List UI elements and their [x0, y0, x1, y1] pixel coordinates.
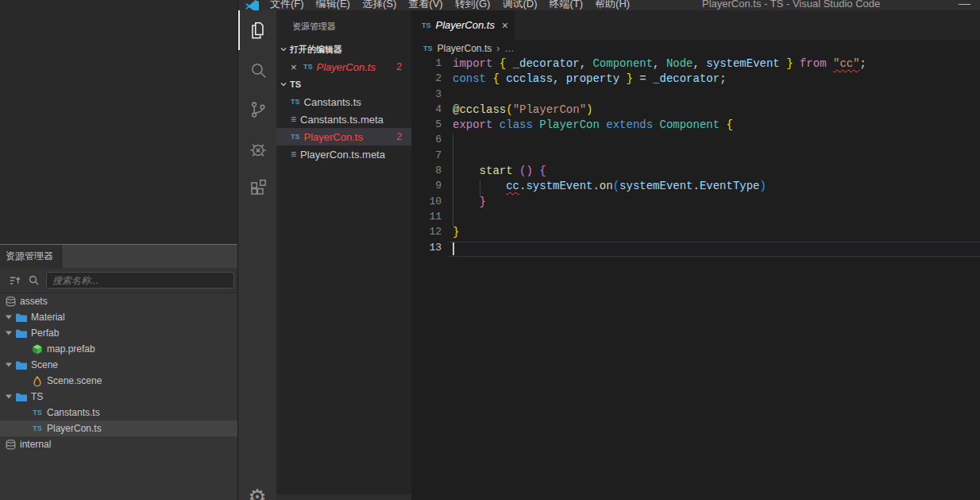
line-number[interactable]: 10 — [411, 196, 446, 211]
line-number[interactable]: 6 — [411, 134, 446, 149]
expand-arrow-icon[interactable] — [5, 314, 12, 320]
code-line-5[interactable]: export class PlayerCon extends Component… — [453, 118, 980, 134]
asset-tree-item-Scene.scene[interactable]: Scene.scene — [0, 373, 237, 389]
menu-item[interactable]: 帮助(H) — [595, 0, 630, 10]
code-line-11[interactable] — [453, 211, 980, 226]
asset-search-input[interactable] — [52, 275, 233, 286]
code-area[interactable]: 12345678910111213 import { _decorator, C… — [411, 57, 980, 500]
asset-label: Perfab — [31, 328, 59, 339]
code-line-1[interactable]: import { _decorator, Component, Node, sy… — [453, 57, 980, 72]
code-lines: import { _decorator, Component, Node, sy… — [453, 57, 980, 257]
run-debug-icon[interactable] — [238, 130, 276, 169]
code-token: EventType — [700, 180, 760, 192]
code-token: Component — [660, 118, 720, 131]
menu-item[interactable]: 选择(S) — [362, 0, 396, 10]
settings-gear-icon[interactable]: ⚙ — [238, 485, 276, 500]
extensions-icon[interactable] — [238, 169, 276, 209]
line-number[interactable]: 1 — [411, 57, 446, 72]
asset-tree-item-Perfab[interactable]: Perfab — [0, 325, 237, 341]
asset-tree-item-Material[interactable]: Material — [0, 309, 237, 325]
line-number[interactable]: 9 — [411, 180, 446, 195]
menu-item[interactable]: 查看(V) — [408, 0, 442, 10]
file-item-Canstants.ts.meta[interactable]: ≡Canstants.ts.meta — [276, 110, 411, 128]
line-number[interactable]: 4 — [411, 103, 446, 118]
asset-tree-item-Scene[interactable]: Scene — [0, 357, 237, 373]
asset-tree-item-assets[interactable]: assets — [0, 293, 237, 309]
code-line-4[interactable]: @ccclass("PlayerCon") — [453, 103, 980, 118]
asset-tree-item-internal[interactable]: internal — [0, 436, 237, 452]
folder-icon — [16, 329, 27, 338]
line-number[interactable]: 8 — [411, 165, 446, 180]
asset-tree-item-Canstants.ts[interactable]: TSCanstants.ts — [0, 405, 237, 421]
open-editors-header[interactable]: 打开的编辑器 — [276, 41, 411, 58]
folder-section-header[interactable]: TS — [276, 76, 411, 93]
code-token: "cc" — [833, 57, 860, 70]
expand-arrow-icon[interactable] — [5, 393, 12, 400]
code-token: "PlayerCon" — [513, 103, 586, 116]
breadcrumb[interactable]: TS PlayerCon.ts › … — [411, 40, 980, 57]
code-token: const — [453, 72, 486, 85]
line-number[interactable]: 5 — [411, 118, 446, 134]
menu-item[interactable]: 调试(D) — [502, 0, 537, 10]
code-line-2[interactable]: const { ccclass, property } = _decorator… — [453, 72, 980, 87]
code-token — [780, 57, 786, 70]
search-icon[interactable] — [238, 50, 276, 90]
breadcrumb-ellipsis[interactable]: … — [504, 43, 514, 54]
close-icon[interactable]: × — [291, 61, 299, 73]
menu-item[interactable]: 文件(F) — [270, 0, 304, 10]
menu-item[interactable]: 编辑(E) — [316, 0, 350, 10]
code-token — [646, 72, 653, 85]
file-item-PlayerCon.ts[interactable]: TSPlayerCon.ts2 — [276, 128, 411, 145]
explorer-sidebar: 资源管理器 打开的编辑器 ×TSPlayerCon.ts2 TS TSCanst… — [276, 10, 411, 500]
expand-arrow-icon[interactable] — [5, 362, 12, 368]
window-title: PlayerCon.ts - TS - Visual Studio Code — [702, 0, 880, 10]
expand-arrow-icon[interactable] — [5, 330, 12, 336]
code-line-8[interactable]: start () { — [453, 165, 980, 180]
ts-file-icon: TS — [423, 45, 433, 52]
asset-tree-item-PlayerCon.ts[interactable]: TSPlayerCon.ts — [0, 421, 237, 436]
code-token: systemEvent — [619, 180, 693, 192]
line-number[interactable]: 12 — [411, 226, 446, 241]
code-line-3[interactable] — [453, 88, 980, 103]
tab-playercon[interactable]: TS PlayerCon.ts × — [411, 10, 515, 40]
database-icon — [5, 440, 16, 450]
code-token: ; — [720, 72, 726, 85]
code-line-12[interactable]: } — [453, 226, 980, 241]
source-control-icon[interactable] — [238, 90, 276, 130]
code-line-13[interactable] — [453, 242, 980, 257]
code-token — [720, 118, 726, 131]
line-number[interactable]: 13 — [411, 242, 446, 257]
menu-item[interactable]: 终端(T) — [549, 0, 583, 10]
breadcrumb-file[interactable]: PlayerCon.ts — [438, 43, 492, 54]
asset-tree-item-map.prefab[interactable]: map.prefab — [0, 341, 237, 357]
file-item-PlayerCon.ts[interactable]: ×TSPlayerCon.ts2 — [276, 58, 411, 76]
activity-bar-items — [238, 10, 276, 209]
ts-file-icon: TS — [303, 63, 313, 71]
ts-file-icon: TS — [291, 98, 300, 106]
search-icon[interactable] — [28, 275, 39, 285]
tab-close-icon[interactable]: × — [502, 19, 508, 32]
menu-item[interactable]: 转到(G) — [455, 0, 491, 10]
ts-icon: TS — [32, 424, 43, 432]
explorer-icon[interactable] — [238, 10, 276, 50]
line-number[interactable]: 11 — [411, 211, 446, 226]
code-token: ( — [613, 180, 619, 192]
line-number-gutter: 12345678910111213 — [411, 57, 446, 257]
asset-label: Scene — [31, 359, 58, 370]
sort-icon[interactable] — [10, 276, 21, 285]
code-line-9[interactable]: cc.systmEvent.on(systemEvent.EventType) — [453, 180, 980, 195]
code-token: ) — [586, 103, 592, 116]
line-number[interactable]: 7 — [411, 149, 446, 165]
code-line-7[interactable] — [453, 149, 980, 165]
code-line-10[interactable]: } — [453, 196, 980, 211]
file-item-PlayerCon.ts.meta[interactable]: ≡PlayerCon.ts.meta — [276, 145, 411, 163]
line-number[interactable]: 3 — [411, 88, 446, 103]
minimize-button[interactable]: — — [959, 0, 970, 9]
cocos-assets-tab[interactable]: 资源管理器 — [0, 245, 62, 268]
code-token: } — [453, 226, 459, 238]
asset-tree-item-TS[interactable]: TS — [0, 389, 237, 405]
file-item-Canstants.ts[interactable]: TSCanstants.ts — [276, 93, 411, 110]
code-token: start — [480, 165, 513, 177]
code-line-6[interactable] — [453, 134, 980, 149]
line-number[interactable]: 2 — [411, 72, 446, 87]
